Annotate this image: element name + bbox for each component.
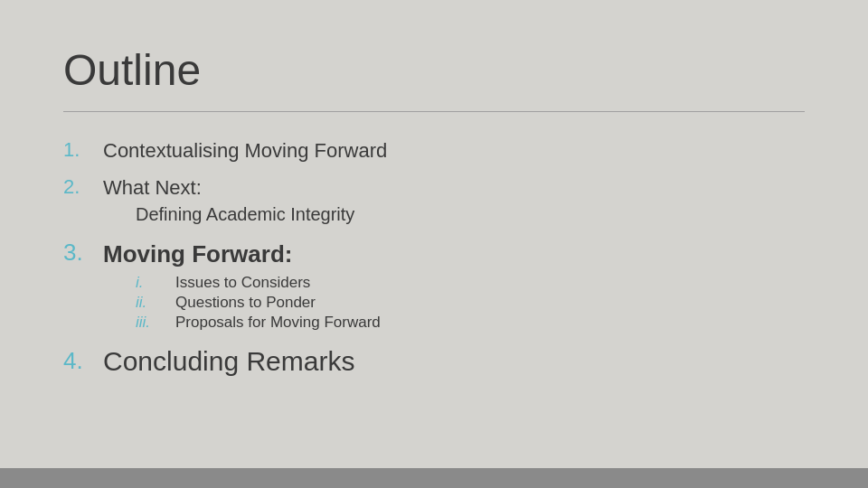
divider	[63, 111, 805, 112]
item-text-2: What Next:	[103, 174, 202, 202]
item-text-3: Moving Forward:	[103, 238, 292, 270]
item-number-4: 4.	[63, 346, 99, 375]
item-text-1: Contextualising Moving Forward	[103, 137, 387, 165]
list-item: i. Issues to Considers	[136, 274, 805, 292]
bottom-bar	[0, 468, 868, 488]
list-item: 4. Concluding Remarks	[63, 346, 805, 377]
slide-container: Outline 1. Contextualising Moving Forwar…	[0, 0, 868, 468]
list-item: 3. Moving Forward: i. Issues to Consider…	[63, 238, 805, 341]
outline-list: 1. Contextualising Moving Forward 2. Wha…	[63, 137, 805, 386]
slide-title: Outline	[63, 45, 805, 95]
item-number-2: 2.	[63, 174, 99, 199]
item-number-1: 1.	[63, 137, 99, 162]
item-number-3: 3.	[63, 238, 99, 267]
sub-text-i: Issues to Considers	[175, 274, 310, 292]
sub-list: i. Issues to Considers ii. Questions to …	[136, 274, 805, 332]
list-item: 1. Contextualising Moving Forward	[63, 137, 805, 165]
item-text-4: Concluding Remarks	[103, 346, 354, 377]
list-item: 2. What Next: Defining Academic Integrit…	[63, 174, 805, 234]
sub-number-iii: iii.	[136, 314, 175, 332]
list-item: ii. Questions to Ponder	[136, 294, 805, 312]
sub-text-ii: Questions to Ponder	[175, 294, 316, 312]
sub-number-ii: ii.	[136, 294, 175, 312]
list-item: iii. Proposals for Moving Forward	[136, 314, 805, 332]
item-2-subtext: Defining Academic Integrity	[136, 204, 805, 225]
sub-text-iii: Proposals for Moving Forward	[175, 314, 381, 332]
sub-number-i: i.	[136, 274, 175, 292]
